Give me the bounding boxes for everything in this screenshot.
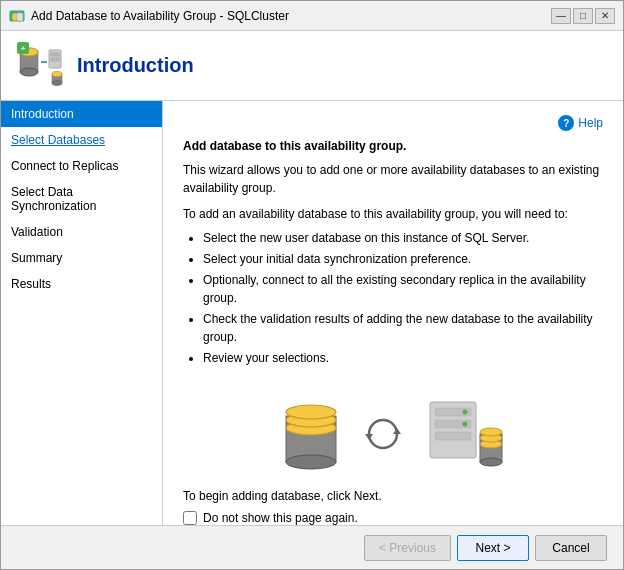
sidebar: Introduction Select Databases Connect to… (1, 101, 163, 525)
footer: < Previous Next > Cancel (1, 525, 623, 569)
svg-text:+: + (21, 44, 26, 53)
sidebar-item-validation[interactable]: Validation (1, 219, 162, 245)
svg-point-17 (286, 455, 336, 469)
svg-point-12 (52, 80, 62, 85)
bullet-4: Check the validation results of adding t… (203, 310, 603, 346)
next-button[interactable]: Next > (457, 535, 529, 561)
cancel-button[interactable]: Cancel (535, 535, 607, 561)
illustration (183, 398, 603, 473)
sync-arrows (361, 412, 405, 459)
bullet-intro: To add an availability database to this … (183, 207, 603, 221)
arrows-svg (361, 412, 405, 456)
svg-point-20 (286, 405, 336, 419)
sidebar-item-select-databases[interactable]: Select Databases (1, 127, 162, 153)
title-bar-left: Add Database to Availability Group - SQL… (9, 8, 289, 24)
title-text: Add Database to Availability Group - SQL… (31, 9, 289, 23)
previous-button[interactable]: < Previous (364, 535, 451, 561)
description-text: This wizard allows you to add one or mor… (183, 161, 603, 197)
bullet-5: Review your selections. (203, 349, 603, 367)
dont-show-label[interactable]: Do not show this page again. (203, 511, 358, 525)
wizard-icon: + (17, 42, 65, 90)
server-svg (425, 398, 505, 470)
title-bar: Add Database to Availability Group - SQL… (1, 1, 623, 31)
bullet-3: Optionally, connect to all the existing … (203, 271, 603, 307)
help-button[interactable]: ? Help (558, 115, 603, 131)
bullet-2: Select your initial data synchronization… (203, 250, 603, 268)
close-button[interactable]: ✕ (595, 8, 615, 24)
title-controls: — □ ✕ (551, 8, 615, 24)
svg-rect-9 (51, 58, 59, 61)
minimize-button[interactable]: — (551, 8, 571, 24)
svg-rect-8 (51, 53, 59, 56)
sidebar-item-connect-to-replicas[interactable]: Connect to Replicas (1, 153, 162, 179)
svg-marker-22 (365, 434, 373, 440)
sidebar-item-select-data-sync[interactable]: Select Data Synchronization (1, 179, 162, 219)
help-label: Help (578, 116, 603, 130)
content-area: ? Help Add database to this availability… (163, 101, 623, 525)
maximize-button[interactable]: □ (573, 8, 593, 24)
svg-point-5 (20, 68, 38, 76)
svg-point-27 (463, 410, 468, 415)
section-title: Add database to this availability group. (183, 139, 603, 153)
header-area: + Introduction (1, 31, 623, 101)
svg-point-13 (52, 71, 62, 76)
svg-point-28 (463, 422, 468, 427)
checkbox-row: Do not show this page again. (183, 511, 603, 525)
main-content: Introduction Select Databases Connect to… (1, 101, 623, 525)
svg-point-30 (480, 458, 502, 466)
begin-text: To begin adding database, click Next. (183, 489, 603, 503)
bullet-1: Select the new user database on this ins… (203, 229, 603, 247)
page-header-title: Introduction (77, 54, 194, 77)
sidebar-item-results[interactable]: Results (1, 271, 162, 297)
main-window: Add Database to Availability Group - SQL… (0, 0, 624, 570)
svg-rect-26 (435, 432, 471, 440)
window-icon (9, 8, 25, 24)
svg-rect-2 (17, 13, 23, 21)
db-svg-left (281, 398, 341, 470)
help-link-container: ? Help (183, 115, 603, 131)
left-database-icon (281, 398, 341, 473)
svg-point-33 (480, 428, 502, 436)
dont-show-checkbox[interactable] (183, 511, 197, 525)
right-server-icon (425, 398, 505, 473)
sidebar-item-introduction[interactable]: Introduction (1, 101, 162, 127)
bullet-list: Select the new user database on this ins… (203, 229, 603, 370)
sidebar-item-summary[interactable]: Summary (1, 245, 162, 271)
help-icon: ? (558, 115, 574, 131)
